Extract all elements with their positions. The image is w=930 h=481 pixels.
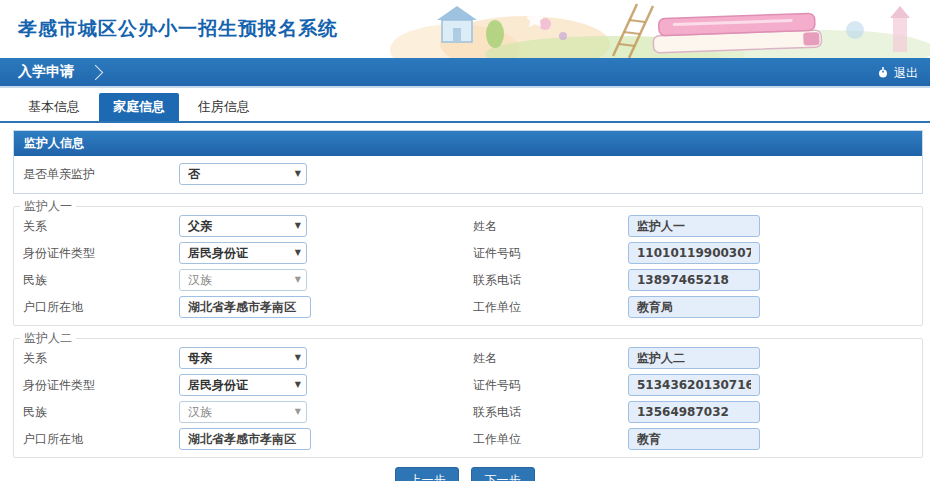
ethnicity-label: 民族	[14, 272, 179, 289]
breadcrumb: 入学申请	[18, 63, 101, 81]
guardian-one-phone-input	[628, 269, 760, 291]
relation-label: 关系	[14, 350, 179, 367]
power-icon	[877, 67, 889, 79]
single-parent-select[interactable]: 否 ▼	[179, 163, 307, 185]
guardian-two-id-type-select[interactable]: 居民身份证 ▼	[179, 374, 307, 396]
guardian-one-household-field: 户口所在地	[14, 296, 468, 318]
single-parent-field: 是否单亲监护 否 ▼	[14, 163, 468, 185]
tab-family-info[interactable]: 家庭信息	[99, 93, 179, 121]
guardian-two-id-number-input	[628, 374, 760, 396]
chevron-down-icon: ▼	[295, 408, 301, 416]
guardian-one-employer-field: 工作单位	[468, 296, 922, 318]
tab-basic-info[interactable]: 基本信息	[14, 93, 94, 121]
chevron-down-icon: ▼	[295, 170, 301, 178]
guardian-one-name-field: 姓名	[468, 215, 922, 237]
relation-selected-value: 父亲	[188, 218, 212, 235]
single-parent-label: 是否单亲监护	[14, 166, 179, 183]
guardian-two-id-number-field: 证件号码	[468, 374, 922, 396]
chevron-down-icon: ▼	[295, 222, 301, 230]
chevron-down-icon: ▼	[295, 276, 301, 284]
id-type-selected-value: 居民身份证	[188, 245, 248, 262]
guardian-two-household-field: 户口所在地	[14, 428, 468, 450]
breadcrumb-label: 入学申请	[18, 63, 74, 81]
guardian-two-name-input	[628, 347, 760, 369]
guardian-one-ethnicity-select: 汉族 ▼	[179, 269, 307, 291]
guardian-one-ethnicity-field: 民族 汉族 ▼	[14, 269, 468, 291]
guardian-one-phone-field: 联系电话	[468, 269, 922, 291]
guardian-two-ethnicity-field: 民族 汉族 ▼	[14, 401, 468, 423]
guardian-two-phone-input	[628, 401, 760, 423]
chevron-down-icon: ▼	[295, 381, 301, 389]
single-parent-selected-value: 否	[188, 166, 200, 183]
ethnicity-selected-value: 汉族	[188, 272, 212, 289]
navbar: 入学申请 退出	[0, 58, 930, 88]
employer-label: 工作单位	[468, 299, 628, 316]
household-label: 户口所在地	[14, 299, 179, 316]
guardian-one-legend: 监护人一	[20, 198, 76, 215]
guardian-two-ethnicity-select: 汉族 ▼	[179, 401, 307, 423]
header-illustration	[385, 0, 930, 58]
app-header: 孝感市城区公办小一招生预报名系统	[0, 0, 930, 58]
id-number-label: 证件号码	[468, 377, 628, 394]
prev-step-button[interactable]: 上一步	[395, 467, 459, 481]
phone-label: 联系电话	[468, 404, 628, 421]
guardian-one-name-input	[628, 215, 760, 237]
guardian-one-id-type-field: 身份证件类型 居民身份证 ▼	[14, 242, 468, 264]
guardian-two-id-type-field: 身份证件类型 居民身份证 ▼	[14, 374, 468, 396]
guardian-two-relation-select[interactable]: 母亲 ▼	[179, 347, 307, 369]
name-label: 姓名	[468, 218, 628, 235]
guardian-one-household-input[interactable]	[179, 296, 311, 318]
ethnicity-label: 民族	[14, 404, 179, 421]
chevron-right-icon	[88, 64, 104, 80]
logout-label: 退出	[894, 65, 918, 82]
phone-label: 联系电话	[468, 272, 628, 289]
id-type-label: 身份证件类型	[14, 377, 179, 394]
id-number-label: 证件号码	[468, 245, 628, 262]
ethnicity-selected-value: 汉族	[188, 404, 212, 421]
logout-button[interactable]: 退出	[877, 58, 918, 88]
relation-selected-value: 母亲	[188, 350, 212, 367]
page: 孝感市城区公办小一招生预报名系统	[0, 0, 930, 481]
guardian-info-panel-body: 是否单亲监护 否 ▼	[14, 156, 922, 193]
guardian-two-phone-field: 联系电话	[468, 401, 922, 423]
guardian-one-id-type-select[interactable]: 居民身份证 ▼	[179, 242, 307, 264]
chevron-down-icon: ▼	[295, 354, 301, 362]
guardian-info-section-header: 监护人信息	[14, 131, 922, 156]
guardian-one-fieldset: 监护人一 关系 父亲 ▼ 姓名 身份证件类型 居民身份证 ▼	[13, 198, 923, 326]
footer-actions: 上一步 下一步	[0, 467, 930, 481]
employer-label: 工作单位	[468, 431, 628, 448]
guardian-one-relation-field: 关系 父亲 ▼	[14, 215, 468, 237]
guardian-two-employer-field: 工作单位	[468, 428, 922, 450]
page-title: 孝感市城区公办小一招生预报名系统	[18, 16, 338, 42]
guardian-two-employer-input	[628, 428, 760, 450]
guardian-two-fieldset: 监护人二 关系 母亲 ▼ 姓名 身份证件类型 居民身份证 ▼	[13, 330, 923, 458]
guardian-one-relation-select[interactable]: 父亲 ▼	[179, 215, 307, 237]
relation-label: 关系	[14, 218, 179, 235]
tab-housing-info[interactable]: 住房信息	[184, 93, 264, 121]
guardian-info-panel: 监护人信息 是否单亲监护 否 ▼	[13, 130, 923, 194]
chevron-down-icon: ▼	[295, 249, 301, 257]
guardian-two-household-input[interactable]	[179, 428, 311, 450]
name-label: 姓名	[468, 350, 628, 367]
guardian-one-employer-input	[628, 296, 760, 318]
guardian-two-name-field: 姓名	[468, 347, 922, 369]
household-label: 户口所在地	[14, 431, 179, 448]
next-step-button[interactable]: 下一步	[471, 467, 535, 481]
guardian-one-id-number-input	[628, 242, 760, 264]
tab-bar: 基本信息 家庭信息 住房信息	[0, 88, 930, 123]
id-type-selected-value: 居民身份证	[188, 377, 248, 394]
guardian-two-legend: 监护人二	[20, 330, 76, 347]
guardian-two-relation-field: 关系 母亲 ▼	[14, 347, 468, 369]
guardian-one-id-number-field: 证件号码	[468, 242, 922, 264]
id-type-label: 身份证件类型	[14, 245, 179, 262]
